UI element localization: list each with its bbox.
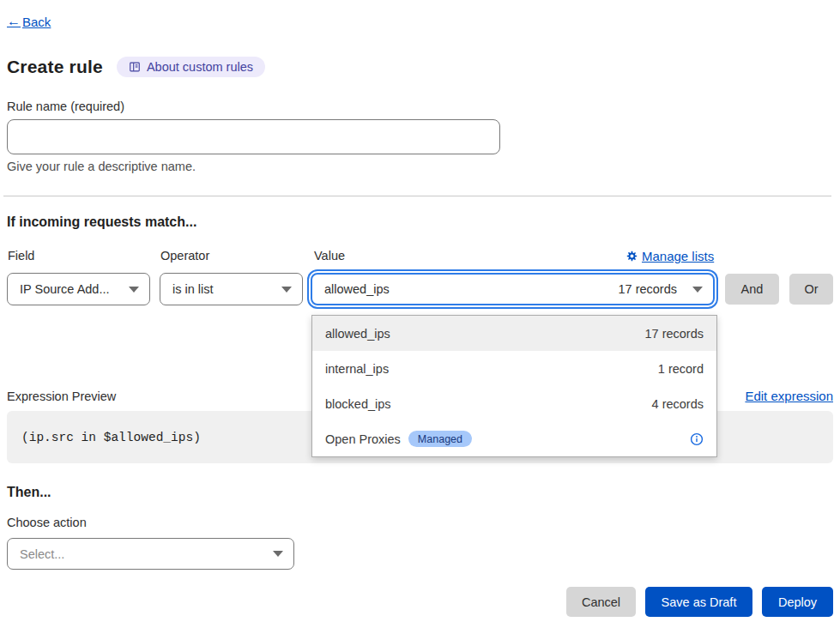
action-select-placeholder: Select... [20,547,64,561]
rule-name-helper-text: Give your rule a descriptive name. [7,160,196,173]
info-icon[interactable] [690,432,704,446]
then-section-heading: Then... [7,485,51,500]
list-item-internal-ips[interactable]: internal_ips 1 record [312,351,716,386]
manage-lists-label: Manage lists [642,249,714,263]
operator-select-value: is in list [172,282,214,296]
choose-action-label: Choose action [7,516,87,529]
chevron-down-icon [692,287,703,293]
list-item-allowed-ips[interactable]: allowed_ips 17 records [312,316,716,351]
value-select-record-count: 17 records [618,282,677,296]
lists-dropdown-panel: allowed_ips 17 records internal_ips 1 re… [311,315,717,457]
gear-icon [626,251,638,262]
section-divider [3,196,831,196]
list-item-name: Open Proxies [325,432,401,446]
list-item-name: internal_ips [325,362,389,376]
deploy-button[interactable]: Deploy [762,587,833,617]
field-label: Field [8,249,34,263]
action-select[interactable]: Select... [7,538,294,570]
chevron-down-icon [129,287,139,293]
value-label: Value [314,249,345,263]
list-item-records: 1 record [658,362,704,376]
and-button[interactable]: And [725,274,779,305]
book-icon [129,61,141,73]
about-badge-label: About custom rules [147,60,253,74]
list-item-blocked-ips[interactable]: blocked_ips 4 records [312,386,716,421]
back-link[interactable]: ←Back [7,14,51,29]
value-select-value: allowed_ips [324,282,390,296]
rule-name-input[interactable] [7,119,500,154]
or-button[interactable]: Or [789,274,833,305]
managed-badge: Managed [408,431,472,447]
list-item-open-proxies[interactable]: Open Proxies Managed [312,421,716,456]
list-item-name: allowed_ips [325,327,390,341]
match-section-heading: If incoming requests match... [7,214,196,230]
edit-expression-link[interactable]: Edit expression [745,389,833,403]
create-rule-page: ←Back Create rule About custom rules Rul… [0,0,840,634]
rule-name-label: Rule name (required) [7,100,124,113]
back-link-label: Back [22,15,51,29]
operator-label: Operator [160,249,209,263]
cancel-button[interactable]: Cancel [566,587,636,617]
field-select-value: IP Source Add... [20,282,110,296]
page-title: Create rule [7,57,103,77]
about-custom-rules-link[interactable]: About custom rules [117,57,265,77]
back-arrow-icon: ← [7,14,21,29]
list-item-name: blocked_ips [325,397,391,411]
title-row: Create rule About custom rules [7,57,265,77]
expression-preview-label: Expression Preview [7,389,116,403]
chevron-down-icon [273,551,283,557]
expression-code: (ip.src in $allowed_ips) [21,431,201,444]
chevron-down-icon [281,287,292,293]
value-select[interactable]: allowed_ips 17 records [311,273,715,305]
save-as-draft-button[interactable]: Save as Draft [645,587,752,617]
manage-lists-link[interactable]: Manage lists [626,249,714,263]
list-item-records: 17 records [644,327,704,341]
operator-select[interactable]: is in list [160,273,303,305]
list-item-records: 4 records [652,397,704,411]
field-select[interactable]: IP Source Add... [7,273,150,305]
